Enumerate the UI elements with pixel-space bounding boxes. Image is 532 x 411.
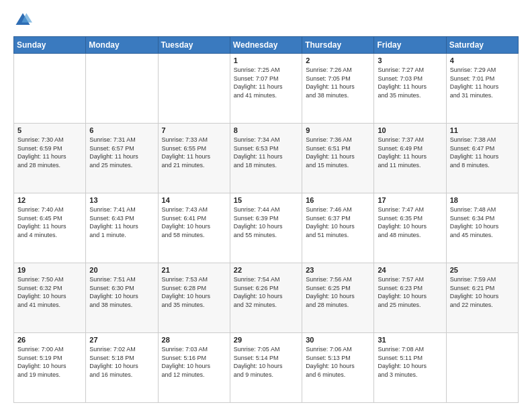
day-number: 5 [17, 126, 82, 134]
day-number: 26 [17, 336, 82, 344]
day-cell: 21Sunrise: 7:53 AMSunset: 6:28 PMDayligh… [158, 263, 230, 333]
day-info: Sunrise: 7:53 AMSunset: 6:28 PMDaylight:… [162, 275, 226, 309]
day-cell: 6Sunrise: 7:31 AMSunset: 6:57 PMDaylight… [86, 124, 158, 193]
day-number: 17 [378, 196, 442, 204]
day-info: Sunrise: 7:08 AMSunset: 5:11 PMDaylight:… [378, 345, 442, 379]
day-number: 9 [306, 126, 370, 134]
day-number: 21 [162, 266, 226, 274]
day-info: Sunrise: 7:06 AMSunset: 5:13 PMDaylight:… [306, 345, 370, 379]
day-number: 4 [450, 56, 515, 64]
day-cell [158, 54, 230, 124]
day-info: Sunrise: 7:31 AMSunset: 6:57 PMDaylight:… [89, 136, 154, 169]
day-info: Sunrise: 7:40 AMSunset: 6:45 PMDaylight:… [17, 205, 82, 239]
day-info: Sunrise: 7:27 AMSunset: 7:03 PMDaylight:… [378, 66, 442, 99]
day-cell: 16Sunrise: 7:46 AMSunset: 6:37 PMDayligh… [302, 193, 374, 263]
day-number: 22 [234, 266, 298, 274]
day-number: 30 [306, 336, 370, 344]
col-header-sunday: Sunday [14, 37, 86, 54]
day-number: 14 [162, 196, 226, 204]
header [13, 11, 519, 30]
day-cell: 9Sunrise: 7:36 AMSunset: 6:51 PMDaylight… [302, 124, 374, 193]
day-number: 15 [234, 196, 298, 204]
day-number: 27 [89, 336, 154, 344]
header-row: SundayMondayTuesdayWednesdayThursdayFrid… [14, 37, 519, 54]
day-cell: 30Sunrise: 7:06 AMSunset: 5:13 PMDayligh… [302, 333, 374, 403]
day-cell: 17Sunrise: 7:47 AMSunset: 6:35 PMDayligh… [374, 193, 446, 263]
day-info: Sunrise: 7:41 AMSunset: 6:43 PMDaylight:… [89, 205, 154, 239]
day-info: Sunrise: 7:48 AMSunset: 6:34 PMDaylight:… [450, 205, 515, 239]
day-cell: 15Sunrise: 7:44 AMSunset: 6:39 PMDayligh… [230, 193, 302, 263]
day-info: Sunrise: 7:30 AMSunset: 6:59 PMDaylight:… [17, 136, 82, 169]
day-number: 2 [306, 56, 370, 64]
col-header-saturday: Saturday [446, 37, 518, 54]
calendar-table: SundayMondayTuesdayWednesdayThursdayFrid… [13, 36, 519, 403]
day-info: Sunrise: 7:47 AMSunset: 6:35 PMDaylight:… [378, 205, 442, 239]
day-cell: 27Sunrise: 7:02 AMSunset: 5:18 PMDayligh… [86, 333, 158, 403]
day-cell: 14Sunrise: 7:43 AMSunset: 6:41 PMDayligh… [158, 193, 230, 263]
day-cell: 7Sunrise: 7:33 AMSunset: 6:55 PMDaylight… [158, 124, 230, 193]
day-number: 6 [89, 126, 154, 134]
day-info: Sunrise: 7:00 AMSunset: 5:19 PMDaylight:… [17, 345, 82, 379]
col-header-monday: Monday [86, 37, 158, 54]
day-cell: 22Sunrise: 7:54 AMSunset: 6:26 PMDayligh… [230, 263, 302, 333]
day-info: Sunrise: 7:50 AMSunset: 6:32 PMDaylight:… [17, 275, 82, 309]
week-row-2: 5Sunrise: 7:30 AMSunset: 6:59 PMDaylight… [14, 124, 519, 193]
day-cell: 10Sunrise: 7:37 AMSunset: 6:49 PMDayligh… [374, 124, 446, 193]
day-cell: 3Sunrise: 7:27 AMSunset: 7:03 PMDaylight… [374, 54, 446, 124]
page: SundayMondayTuesdayWednesdayThursdayFrid… [0, 0, 532, 411]
day-cell: 24Sunrise: 7:57 AMSunset: 6:23 PMDayligh… [374, 263, 446, 333]
day-number: 19 [17, 266, 82, 274]
logo [13, 11, 35, 30]
day-number: 7 [162, 126, 226, 134]
day-info: Sunrise: 7:44 AMSunset: 6:39 PMDaylight:… [234, 205, 298, 239]
col-header-wednesday: Wednesday [230, 37, 302, 54]
day-number: 16 [306, 196, 370, 204]
day-cell: 12Sunrise: 7:40 AMSunset: 6:45 PMDayligh… [14, 193, 86, 263]
day-cell: 18Sunrise: 7:48 AMSunset: 6:34 PMDayligh… [446, 193, 518, 263]
day-info: Sunrise: 7:56 AMSunset: 6:25 PMDaylight:… [306, 275, 370, 309]
day-info: Sunrise: 7:51 AMSunset: 6:30 PMDaylight:… [89, 275, 154, 309]
day-info: Sunrise: 7:29 AMSunset: 7:01 PMDaylight:… [450, 66, 515, 99]
day-cell: 2Sunrise: 7:26 AMSunset: 7:05 PMDaylight… [302, 54, 374, 124]
day-number: 8 [234, 126, 298, 134]
day-cell: 28Sunrise: 7:03 AMSunset: 5:16 PMDayligh… [158, 333, 230, 403]
day-info: Sunrise: 7:05 AMSunset: 5:14 PMDaylight:… [234, 345, 298, 379]
day-cell: 11Sunrise: 7:38 AMSunset: 6:47 PMDayligh… [446, 124, 518, 193]
day-cell: 23Sunrise: 7:56 AMSunset: 6:25 PMDayligh… [302, 263, 374, 333]
week-row-3: 12Sunrise: 7:40 AMSunset: 6:45 PMDayligh… [14, 193, 519, 263]
day-cell: 4Sunrise: 7:29 AMSunset: 7:01 PMDaylight… [446, 54, 518, 124]
day-info: Sunrise: 7:02 AMSunset: 5:18 PMDaylight:… [89, 345, 154, 379]
day-info: Sunrise: 7:54 AMSunset: 6:26 PMDaylight:… [234, 275, 298, 309]
day-cell: 25Sunrise: 7:59 AMSunset: 6:21 PMDayligh… [446, 263, 518, 333]
day-info: Sunrise: 7:34 AMSunset: 6:53 PMDaylight:… [234, 136, 298, 169]
day-info: Sunrise: 7:38 AMSunset: 6:47 PMDaylight:… [450, 136, 515, 169]
day-number: 23 [306, 266, 370, 274]
col-header-tuesday: Tuesday [158, 37, 230, 54]
day-cell: 19Sunrise: 7:50 AMSunset: 6:32 PMDayligh… [14, 263, 86, 333]
day-info: Sunrise: 7:43 AMSunset: 6:41 PMDaylight:… [162, 205, 226, 239]
week-row-4: 19Sunrise: 7:50 AMSunset: 6:32 PMDayligh… [14, 263, 519, 333]
day-cell [14, 54, 86, 124]
day-info: Sunrise: 7:57 AMSunset: 6:23 PMDaylight:… [378, 275, 442, 309]
logo-icon [13, 11, 32, 30]
day-number: 11 [450, 126, 515, 134]
day-info: Sunrise: 7:25 AMSunset: 7:07 PMDaylight:… [234, 66, 298, 99]
col-header-friday: Friday [374, 37, 446, 54]
day-number: 24 [378, 266, 442, 274]
day-number: 13 [89, 196, 154, 204]
day-cell: 5Sunrise: 7:30 AMSunset: 6:59 PMDaylight… [14, 124, 86, 193]
day-number: 18 [450, 196, 515, 204]
day-cell: 20Sunrise: 7:51 AMSunset: 6:30 PMDayligh… [86, 263, 158, 333]
day-number: 10 [378, 126, 442, 134]
day-number: 29 [234, 336, 298, 344]
day-info: Sunrise: 7:03 AMSunset: 5:16 PMDaylight:… [162, 345, 226, 379]
day-info: Sunrise: 7:36 AMSunset: 6:51 PMDaylight:… [306, 136, 370, 169]
day-cell: 13Sunrise: 7:41 AMSunset: 6:43 PMDayligh… [86, 193, 158, 263]
day-cell: 31Sunrise: 7:08 AMSunset: 5:11 PMDayligh… [374, 333, 446, 403]
day-cell [446, 333, 518, 403]
day-number: 31 [378, 336, 442, 344]
day-info: Sunrise: 7:46 AMSunset: 6:37 PMDaylight:… [306, 205, 370, 239]
day-number: 12 [17, 196, 82, 204]
day-number: 25 [450, 266, 515, 274]
day-info: Sunrise: 7:26 AMSunset: 7:05 PMDaylight:… [306, 66, 370, 99]
